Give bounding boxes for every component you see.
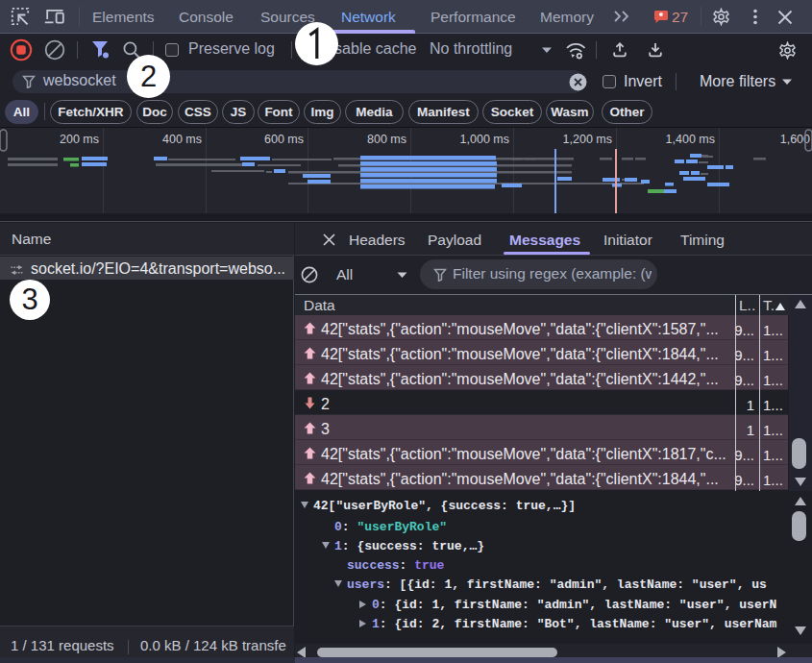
svg-text:1,400 ms: 1,400 ms <box>666 133 715 146</box>
svg-text:200 ms: 200 ms <box>60 133 99 146</box>
svg-text:400 ms: 400 ms <box>162 133 202 146</box>
svg-text:600 ms: 600 ms <box>264 133 304 146</box>
svg-text:1,000 ms: 1,000 ms <box>460 133 509 146</box>
svg-text:800 ms: 800 ms <box>367 133 406 146</box>
svg-text:1,200 ms: 1,200 ms <box>563 133 612 146</box>
